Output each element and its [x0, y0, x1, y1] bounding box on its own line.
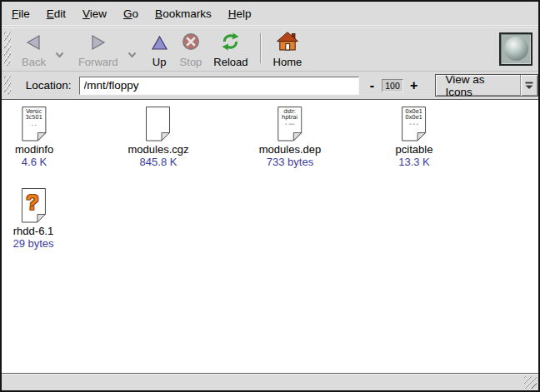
throbber: [499, 32, 532, 66]
menu-bar: File Edit View Go Bookmarks Help: [2, 2, 538, 27]
blank-document-icon: [146, 107, 171, 141]
up-icon: [151, 35, 168, 54]
question-mark-icon: ?: [21, 190, 44, 216]
toolbar: Back Forward Up: [2, 27, 538, 72]
option-menu-arrow-icon: [525, 82, 533, 89]
icon-preview-line: . .: [22, 122, 45, 128]
text-document-icon: 0x0e1 0x0e1 - - -: [402, 107, 427, 141]
file-size: 733 bytes: [259, 156, 321, 168]
back-icon: [25, 34, 42, 54]
icon-preview-line: - ---: [278, 122, 301, 128]
text-document-icon: dstr: hptrai - ---: [278, 107, 302, 141]
icon-preview-line: - - -: [402, 122, 425, 128]
file-name: pcitable: [396, 143, 433, 156]
file-name: rhdd-6.1: [12, 225, 53, 237]
unknown-document-icon: ?: [21, 188, 46, 223]
stop-button[interactable]: Stop: [176, 30, 207, 68]
back-label: Back: [22, 57, 46, 68]
reload-button[interactable]: Reload: [209, 30, 252, 68]
toolbar-drag-handle[interactable]: [4, 32, 11, 66]
up-label: Up: [152, 57, 167, 68]
menu-bookmarks[interactable]: Bookmarks: [147, 3, 220, 24]
home-label: Home: [273, 57, 302, 68]
forward-icon: [89, 34, 107, 54]
up-button[interactable]: Up: [147, 30, 172, 68]
reload-icon: [221, 32, 240, 54]
menu-edit[interactable]: Edit: [38, 3, 74, 24]
menu-view[interactable]: View: [74, 3, 115, 24]
view-mode-dropdown[interactable]: View as Icons: [435, 74, 538, 97]
back-button[interactable]: Back: [18, 30, 50, 68]
file-view-canvas[interactable]: Versic 3c501 . . modinfo 4.6 K modules.c…: [2, 99, 538, 374]
forward-label: Forward: [78, 57, 118, 68]
zoom-level-indicator: 100: [382, 79, 403, 92]
file-size: 29 bytes: [12, 237, 53, 250]
file-name: modinfo: [15, 143, 53, 156]
home-icon: [277, 32, 298, 54]
file-size: 845.8 K: [128, 156, 189, 168]
text-document-icon: Versic 3c501 . .: [22, 107, 47, 141]
back-history-dropdown[interactable]: [53, 45, 66, 63]
file-name: modules.dep: [259, 143, 321, 156]
file-item-modules-dep[interactable]: dstr: hptrai - --- modules.dep 733 bytes: [259, 107, 321, 168]
zoom-in-button[interactable]: +: [408, 79, 419, 92]
stop-label: Stop: [180, 57, 202, 68]
home-button[interactable]: Home: [269, 30, 307, 68]
location-bar: Location: - 100 + View as Icons: [2, 72, 538, 99]
menu-go[interactable]: Go: [115, 3, 147, 24]
file-size: 13.3 K: [396, 156, 433, 168]
stop-icon: [182, 32, 200, 54]
view-mode-arrow-zone[interactable]: [520, 75, 538, 96]
location-input[interactable]: [79, 77, 359, 95]
file-item-modinfo[interactable]: Versic 3c501 . . modinfo 4.6 K: [15, 107, 53, 168]
resize-grip[interactable]: [524, 376, 537, 389]
status-bar: [2, 374, 538, 390]
location-bar-drag-handle[interactable]: [4, 76, 11, 95]
toolbar-separator: [260, 33, 262, 63]
file-size: 4.6 K: [15, 156, 53, 168]
file-name: modules.cgz: [128, 143, 189, 156]
menu-file[interactable]: File: [3, 3, 38, 24]
file-item-pcitable[interactable]: 0x0e1 0x0e1 - - - pcitable 13.3 K: [396, 107, 433, 168]
reload-label: Reload: [213, 57, 248, 68]
menu-help[interactable]: Help: [220, 3, 260, 24]
file-item-rhdd-6-1[interactable]: ? rhdd-6.1 29 bytes: [12, 188, 53, 250]
zoom-out-button[interactable]: -: [368, 79, 376, 92]
forward-button[interactable]: Forward: [74, 30, 122, 68]
location-label: Location:: [26, 79, 72, 92]
view-mode-label: View as Icons: [436, 73, 520, 98]
forward-history-dropdown[interactable]: [126, 45, 138, 63]
throbber-sphere-icon: [504, 37, 528, 61]
file-item-modules-cgz[interactable]: modules.cgz 845.8 K: [128, 107, 189, 168]
file-manager-window: File Edit View Go Bookmarks Help Back Fo…: [0, 0, 540, 392]
